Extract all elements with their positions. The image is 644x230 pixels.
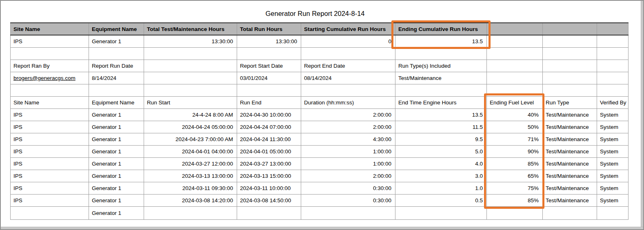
empty-header-cell (487, 23, 543, 35)
run-data-row: IPS Generator 1 2024-03-13 13:00:00 2024… (11, 170, 628, 182)
cell-site: IPS (11, 133, 89, 145)
empty-cell (543, 60, 597, 72)
cell-site: IPS (11, 157, 89, 170)
empty-cell (597, 47, 628, 60)
cell-run-type: Test/Maintenance (543, 145, 597, 157)
cell-equipment: Generator 1 (89, 194, 144, 206)
cell-engine-hours: 1.0 (395, 182, 487, 194)
label-report-start-date: Report Start Date (237, 60, 301, 72)
summary-col-site-name: Site Name (11, 23, 89, 35)
label-report-run-date: Report Run Date (89, 60, 144, 72)
cell-equipment: Generator 1 (89, 182, 144, 194)
cell-verified-by: System (597, 194, 628, 206)
empty-cell (301, 84, 395, 96)
summary-col-ending-cumulative-run-hours: Ending Cumulative Run Hours (395, 23, 487, 35)
cell-run-start: 2024-03-27 12:00:00 (144, 157, 237, 170)
cell-fuel-level: 90% (487, 145, 543, 157)
runs-footer-row: Generator 1 (11, 206, 628, 219)
empty-cell (395, 206, 487, 219)
runs-col-run-end: Run End (237, 96, 301, 108)
empty-cell (144, 72, 237, 84)
cell-run-type: Test/Maintenance (543, 194, 597, 206)
run-data-row: IPS Generator 1 2024-03-11 09:30:00 2024… (11, 182, 628, 194)
run-data-row: IPS Generator 1 2024-04-24 05:00:00 2024… (11, 121, 628, 133)
spacer-row (11, 84, 628, 96)
cell-run-start: 2024-04-24 05:00:00 (144, 121, 237, 133)
empty-cell (543, 72, 597, 84)
cell-fuel-level: 65% (487, 170, 543, 182)
cell-duration: 2:00:00 (301, 108, 395, 121)
value-report-end-date: 08/14/2024 (301, 72, 395, 84)
summary-col-starting-cumulative-run-hours: Starting Cumulative Run Hours (301, 23, 395, 35)
runs-col-verified-by: Verified By (597, 96, 628, 108)
cell-equipment: Generator 1 (89, 133, 144, 145)
cell-run-type: Test/Maintenance (543, 121, 597, 133)
cell-run-type: Test/Maintenance (543, 133, 597, 145)
empty-cell (487, 35, 543, 47)
value-report-start-date: 03/01/2024 (237, 72, 301, 84)
cell-fuel-level: 71% (487, 133, 543, 145)
summary-data-row: IPS Generator 1 13:30:00 13:30:00 0 13.5 (11, 35, 628, 47)
cell-equipment: Generator 1 (89, 170, 144, 182)
report-page: Generator Run Report 2024-8-14 Site Name… (0, 0, 644, 230)
cell-site: IPS (11, 182, 89, 194)
cell-engine-hours: 11.5 (395, 121, 487, 133)
cell-total-run-hours: 13:30:00 (237, 35, 301, 47)
empty-cell (597, 84, 628, 96)
cell-site: IPS (11, 170, 89, 182)
cell-equipment: Generator 1 (89, 145, 144, 157)
run-data-row: IPS Generator 1 24-4-24 8:00 AM 2024-04-… (11, 108, 628, 121)
empty-cell (144, 84, 237, 96)
summary-col-total-test-maintenance-hours: Total Test/Maintenance Hours (144, 23, 237, 35)
empty-cell (597, 35, 628, 47)
runs-col-site-name: Site Name (11, 96, 89, 108)
runs-col-end-time-engine-hours: End Time Engine Hours (395, 96, 487, 108)
cell-equipment: Generator 1 (89, 206, 144, 219)
run-data-row: IPS Generator 1 2024-04-23 7:00:00 AM 20… (11, 133, 628, 145)
empty-cell (543, 84, 597, 96)
cell-site (11, 206, 89, 219)
empty-cell (144, 60, 237, 72)
cell-duration: 1:00:00 (301, 145, 395, 157)
report-title: Generator Run Report 2024-8-14 (1, 10, 629, 18)
cell-run-type: Test/Maintenance (543, 170, 597, 182)
cell-verified-by: System (597, 121, 628, 133)
cell-starting-cumulative-run-hours: 0 (301, 35, 395, 47)
empty-cell (11, 84, 89, 96)
cell-total-test-maintenance-hours: 13:30:00 (144, 35, 237, 47)
cell-duration: 1:00:00 (301, 157, 395, 170)
empty-cell (487, 47, 543, 60)
cell-verified-by: System (597, 182, 628, 194)
empty-cell (237, 47, 301, 60)
summary-col-total-run-hours: Total Run Hours (237, 23, 301, 35)
cell-fuel-level: 85% (487, 157, 543, 170)
empty-cell (543, 47, 597, 60)
cell-equipment: Generator 1 (89, 35, 144, 47)
cell-run-end: 2024-03-27 13:00:00 (237, 157, 301, 170)
runs-col-run-start: Run Start (144, 96, 237, 108)
empty-cell (597, 206, 628, 219)
report-grid: Site Name Equipment Name Total Test/Main… (10, 22, 628, 220)
runs-col-ending-fuel-level: Ending Fuel Level (487, 96, 543, 108)
cell-run-end: 2024-03-11 10:00:00 (237, 182, 301, 194)
value-run-types-included: Test/Maintenance (395, 72, 487, 84)
cell-ending-cumulative-run-hours: 13.5 (395, 35, 487, 47)
cell-run-start: 2024-03-08 14:20:00 (144, 194, 237, 206)
empty-cell (487, 60, 543, 72)
empty-cell (395, 84, 487, 96)
cell-equipment: Generator 1 (89, 108, 144, 121)
empty-cell (237, 206, 301, 219)
cell-fuel-level: 75% (487, 182, 543, 194)
empty-cell (597, 72, 628, 84)
cell-equipment: Generator 1 (89, 121, 144, 133)
cell-equipment: Generator 1 (89, 157, 144, 170)
empty-cell (11, 47, 89, 60)
cell-site: IPS (11, 145, 89, 157)
empty-cell (89, 84, 144, 96)
cell-run-start: 2024-03-13 13:00:00 (144, 170, 237, 182)
cell-engine-hours: 9.5 (395, 133, 487, 145)
cell-run-type: Test/Maintenance (543, 108, 597, 121)
cell-run-type: Test/Maintenance (543, 182, 597, 194)
runs-header-row: Site Name Equipment Name Run Start Run E… (11, 96, 628, 108)
empty-cell (237, 84, 301, 96)
